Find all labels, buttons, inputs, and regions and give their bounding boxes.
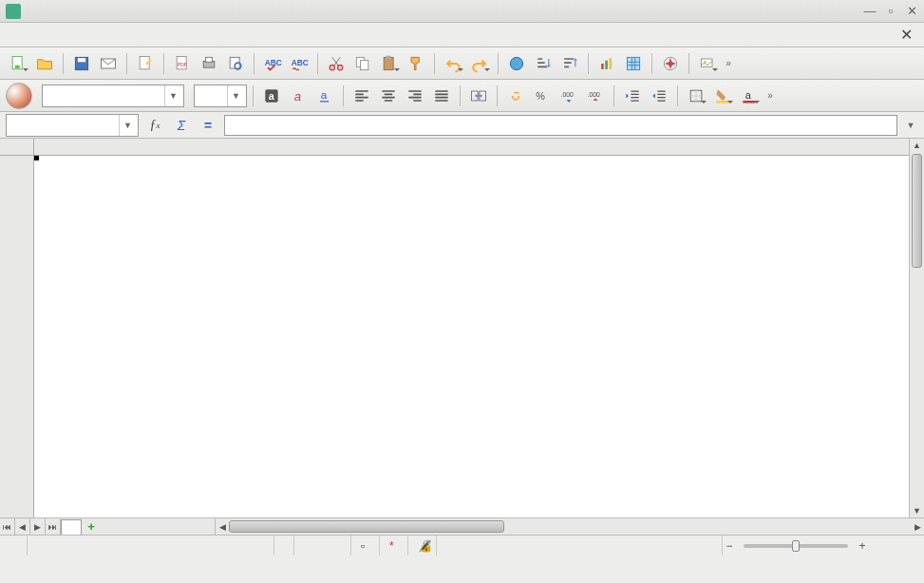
sort-desc-button[interactable]	[557, 51, 582, 76]
undo-button[interactable]	[441, 51, 465, 76]
align-center-button[interactable]	[376, 84, 401, 108]
format-paintbrush-button[interactable]	[404, 51, 428, 76]
svg-text:a: a	[745, 88, 752, 100]
borders-button[interactable]	[684, 84, 708, 108]
menu-tools[interactable]	[82, 32, 97, 38]
zoom-slider[interactable]	[744, 544, 848, 548]
open-button[interactable]	[32, 51, 57, 76]
styles-button[interactable]	[6, 83, 32, 109]
minimize-button[interactable]: —	[863, 5, 877, 18]
svg-text:.000: .000	[588, 90, 600, 97]
italic-button[interactable]: a	[286, 84, 311, 108]
tab-first-button[interactable]: ⏮	[0, 518, 15, 535]
auto-spellcheck-button[interactable]: ABC	[287, 51, 311, 76]
email-button[interactable]	[96, 51, 121, 76]
bold-button[interactable]: a	[259, 84, 284, 108]
status-signature-icon[interactable]: 🔏	[408, 536, 437, 555]
close-window-button[interactable]: ✕	[905, 5, 918, 18]
spellcheck-button[interactable]: ABC	[260, 51, 285, 76]
decrease-indent-button[interactable]	[620, 84, 645, 108]
font-name-combo[interactable]: ▼	[42, 85, 184, 107]
print-preview-button[interactable]	[223, 51, 248, 76]
menu-view[interactable]	[36, 32, 51, 38]
background-color-button[interactable]	[710, 84, 735, 108]
menu-file[interactable]	[6, 32, 21, 38]
edit-file-button[interactable]	[133, 51, 158, 76]
new-button[interactable]	[6, 51, 30, 76]
percent-button[interactable]: %	[530, 84, 555, 108]
align-right-button[interactable]	[403, 84, 427, 108]
menu-insert[interactable]	[51, 32, 66, 38]
cut-button[interactable]	[324, 51, 349, 76]
fmt-toolbar-overflow[interactable]: »	[764, 84, 777, 108]
menu-help[interactable]	[127, 32, 142, 38]
paste-button[interactable]	[377, 51, 402, 76]
increase-indent-button[interactable]	[647, 84, 671, 108]
svg-text:PDF: PDF	[178, 62, 187, 67]
sum-button[interactable]: Σ	[171, 115, 192, 136]
formatting-toolbar: ▼ ▼ a a a % .000 .000 a »	[0, 80, 924, 112]
horizontal-scrollbar[interactable]: ◀ ▶	[215, 518, 924, 535]
scroll-left-button[interactable]: ◀	[216, 518, 229, 535]
align-justify-button[interactable]	[429, 84, 454, 108]
save-button[interactable]	[69, 51, 94, 76]
font-name-input[interactable]	[43, 88, 164, 103]
formula-bar-expand[interactable]: ▼	[903, 115, 918, 136]
underline-button[interactable]: a	[312, 84, 337, 108]
svg-rect-18	[384, 57, 393, 69]
close-document-button[interactable]: ✕	[895, 26, 918, 44]
font-size-combo[interactable]: ▼	[194, 85, 247, 107]
zoom-out-button[interactable]: −	[723, 539, 736, 553]
name-box[interactable]: ▼	[6, 114, 139, 137]
horizontal-scroll-thumb[interactable]	[229, 520, 504, 533]
show-grid-button[interactable]	[621, 51, 646, 76]
name-box-dropdown[interactable]: ▼	[119, 115, 136, 136]
status-selection-mode[interactable]: ▫	[351, 536, 380, 555]
zoom-slider-knob[interactable]	[792, 540, 800, 552]
print-button[interactable]	[197, 51, 221, 76]
font-size-dropdown[interactable]: ▼	[227, 85, 244, 106]
menu-data[interactable]	[97, 32, 112, 38]
tab-prev-button[interactable]: ◀	[15, 518, 30, 535]
tab-next-button[interactable]: ▶	[30, 518, 46, 535]
currency-button[interactable]	[503, 84, 528, 108]
function-wizard-button[interactable]: ƒx	[144, 115, 165, 136]
export-pdf-button[interactable]: PDF	[170, 51, 195, 76]
add-sheet-button[interactable]: +	[82, 518, 101, 535]
chart-button[interactable]	[594, 51, 619, 76]
remove-decimal-button[interactable]: .000	[583, 84, 608, 108]
navigator-button[interactable]	[658, 51, 683, 76]
font-size-input[interactable]	[195, 88, 227, 103]
sheet-tab-1[interactable]	[61, 519, 82, 535]
maximize-button[interactable]: ▫	[884, 5, 897, 18]
toolbar-overflow[interactable]: »	[722, 51, 735, 76]
font-color-button[interactable]: a	[737, 84, 762, 108]
menu-window[interactable]	[112, 32, 127, 38]
merge-cells-button[interactable]	[466, 84, 491, 108]
menu-edit[interactable]	[21, 32, 36, 38]
cell-reference-input[interactable]	[7, 118, 119, 132]
svg-text:a: a	[269, 90, 275, 102]
copy-button[interactable]	[350, 51, 375, 76]
formula-input[interactable]	[225, 118, 896, 132]
scroll-right-button[interactable]: ▶	[911, 518, 924, 535]
function-button[interactable]: =	[198, 115, 218, 136]
add-decimal-button[interactable]: .000	[556, 84, 581, 108]
status-sum[interactable]	[437, 536, 723, 555]
vertical-scroll-thumb[interactable]	[912, 154, 922, 268]
sort-asc-button[interactable]	[531, 51, 556, 76]
scroll-up-button[interactable]: ▲	[910, 139, 924, 152]
select-all-corner[interactable]	[0, 139, 34, 156]
font-name-dropdown[interactable]: ▼	[164, 85, 181, 106]
gallery-button[interactable]	[695, 51, 720, 76]
status-insert-mode[interactable]	[294, 536, 351, 555]
zoom-in-button[interactable]: +	[856, 539, 869, 553]
hyperlink-button[interactable]	[504, 51, 529, 76]
menu-format[interactable]	[66, 32, 82, 38]
tab-last-button[interactable]: ⏭	[46, 518, 61, 535]
status-page-style[interactable]	[274, 536, 294, 555]
align-left-button[interactable]	[349, 84, 374, 108]
vertical-scrollbar[interactable]: ▲ ▼	[909, 139, 924, 517]
scroll-down-button[interactable]: ▼	[910, 504, 924, 517]
redo-button[interactable]	[467, 51, 492, 76]
